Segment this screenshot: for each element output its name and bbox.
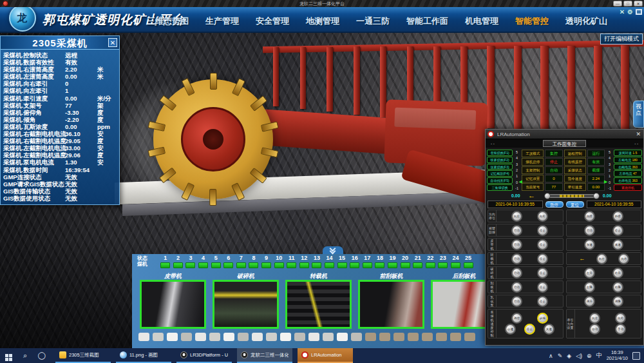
taskbar-task[interactable]: 11.png - 画图: [116, 348, 171, 363]
telemetry-button[interactable]: 左牵电流 47: [614, 170, 642, 177]
round-button[interactable]: 左降: [584, 282, 595, 293]
round-button[interactable]: 启动: [511, 296, 522, 307]
round-button[interactable]: 自动: [589, 324, 600, 335]
support-cell: 16: [348, 255, 361, 268]
tab-workface-control[interactable]: 工作面集控: [543, 140, 587, 147]
mode-button[interactable]: 自动找直(F5): [487, 177, 513, 184]
camera-thumbnail[interactable]: [213, 280, 279, 329]
telemetry-button[interactable]: 右截电流 363: [614, 164, 642, 170]
camera-thumbnail[interactable]: [140, 280, 206, 329]
round-button[interactable]: 减速: [612, 239, 623, 250]
search-icon[interactable]: ⌕: [17, 351, 33, 360]
mode-button[interactable]: 记忆截割(F4): [487, 170, 513, 177]
taskbar-task[interactable]: LRAutomation: [298, 348, 353, 363]
round-button[interactable]: 就地: [537, 313, 548, 324]
chevron-up-icon[interactable]: ∧: [549, 353, 553, 359]
close-button[interactable]: ✕: [634, 1, 643, 6]
telemetry-button[interactable]: 右牵电流 363: [614, 177, 642, 184]
round-button[interactable]: 停止: [537, 239, 548, 250]
taskbar-task[interactable]: LR3DPlatform - U...: [176, 348, 232, 363]
round-button[interactable]: 停止: [537, 225, 548, 236]
mode-button[interactable]: 张紧切换(F3): [487, 164, 513, 170]
ime-indicator[interactable]: 中: [596, 351, 602, 360]
round-button[interactable]: 手动: [615, 324, 626, 335]
round-button[interactable]: 启动: [511, 225, 522, 236]
position-slider[interactable]: [545, 194, 599, 198]
round-button[interactable]: 停止: [537, 282, 548, 293]
maximize-button[interactable]: □: [623, 1, 632, 6]
edit-mode-button[interactable]: 打开编辑模式: [600, 34, 643, 44]
gear-icon[interactable]: ⚙: [627, 8, 633, 15]
nav-item-三维态势图[interactable]: 三维态势图: [147, 15, 189, 27]
mode-button[interactable]: 三角煤切换: [487, 184, 513, 191]
mode-button[interactable]: 喷雾切换(F2): [487, 157, 513, 163]
tools-icon[interactable]: ✕: [620, 8, 625, 15]
camera-thumbnail[interactable]: [358, 280, 424, 329]
nav-item-地测管理[interactable]: 地测管理: [306, 15, 339, 27]
pen-icon[interactable]: ✎: [558, 353, 563, 359]
round-button[interactable]: 调升: [584, 296, 595, 307]
round-button[interactable]: 右降: [612, 282, 623, 293]
lrautomation-close-icon[interactable]: ✕: [636, 131, 641, 137]
round-button[interactable]: 停止: [537, 253, 548, 264]
round-button[interactable]: 启动: [511, 239, 522, 250]
round-button[interactable]: 小速: [505, 324, 516, 335]
round-button[interactable]: 停止: [524, 324, 535, 335]
paint-icon: [120, 351, 127, 358]
restore-icon[interactable]: [636, 9, 642, 15]
scene-tool-icons: ✕ ⚙: [620, 8, 642, 15]
round-button[interactable]: 向右: [618, 253, 629, 264]
chevron-down-icon[interactable]: [323, 246, 343, 254]
viewpoint-tab[interactable]: 视点: [633, 101, 644, 128]
round-button[interactable]: 停止: [537, 296, 548, 307]
round-button[interactable]: 内喷: [584, 211, 595, 222]
telemetry-button[interactable]: 滚筒转速 1.5: [614, 150, 642, 156]
nav-item-智能工作面[interactable]: 智能工作面: [406, 15, 448, 27]
round-button[interactable]: 外喷: [612, 211, 623, 222]
round-button[interactable]: 向右: [615, 313, 626, 324]
round-button[interactable]: 大速: [544, 324, 554, 335]
speaker-icon[interactable]: ◁): [576, 353, 582, 359]
round-button[interactable]: 向右: [537, 211, 548, 222]
estop-button[interactable]: 急停: [545, 201, 564, 208]
nav-item-一通三防[interactable]: 一通三防: [356, 15, 390, 27]
round-button[interactable]: 向左: [511, 211, 522, 222]
nav-item-机电管理[interactable]: 机电管理: [465, 15, 498, 27]
mode-button[interactable]: 变频切换(F1): [487, 150, 513, 156]
nav-item-智能管控[interactable]: 智能管控: [515, 15, 549, 27]
cortana-icon[interactable]: ◯: [33, 351, 50, 360]
viewpoint-label: 视点: [636, 103, 641, 116]
status-label: 远程控制: [564, 150, 586, 157]
start-button[interactable]: [0, 351, 17, 361]
emergency-stop-button[interactable]: 紧急停机: [614, 184, 642, 191]
round-button[interactable]: 启动: [511, 253, 522, 264]
telemetry-button[interactable]: 左截电流 180: [614, 157, 642, 163]
minimize-button[interactable]: —: [613, 1, 622, 6]
nav-item-透明化矿山[interactable]: 透明化矿山: [565, 15, 607, 27]
round-button[interactable]: 启动: [584, 225, 595, 236]
notification-icon[interactable]: [632, 352, 640, 360]
taskbar-task[interactable]: 龙软二三维一体化...: [237, 348, 292, 363]
round-button[interactable]: 向左: [589, 313, 600, 324]
round-button[interactable]: 右升: [612, 268, 623, 279]
round-button[interactable]: 加速: [584, 239, 595, 250]
taskbar-task[interactable]: 2305三维截图: [55, 348, 111, 363]
round-button[interactable]: 启动: [511, 282, 522, 293]
network-icon[interactable]: ⊕: [587, 353, 592, 359]
camera-thumbnail[interactable]: [285, 280, 352, 329]
support-cell: 2: [172, 255, 185, 268]
round-button[interactable]: 向左: [596, 253, 607, 264]
round-button[interactable]: 启动: [511, 268, 522, 279]
round-button[interactable]: 远控: [511, 313, 522, 324]
round-button[interactable]: 调降: [612, 296, 623, 307]
round-button[interactable]: 停止: [612, 225, 623, 236]
nav-item-生产管理[interactable]: 生产管理: [205, 15, 239, 27]
reset-button[interactable]: 复位: [566, 201, 584, 208]
shield-icon[interactable]: ◈: [567, 353, 571, 359]
nav-item-安全管理[interactable]: 安全管理: [256, 15, 289, 27]
round-button[interactable]: 停止: [537, 268, 548, 279]
scale-tick: 4: [513, 156, 521, 160]
clock[interactable]: 16:39 2021/4/10: [607, 350, 628, 361]
panel-close-icon[interactable]: ✕: [108, 38, 117, 47]
round-button[interactable]: 左升: [584, 268, 595, 279]
